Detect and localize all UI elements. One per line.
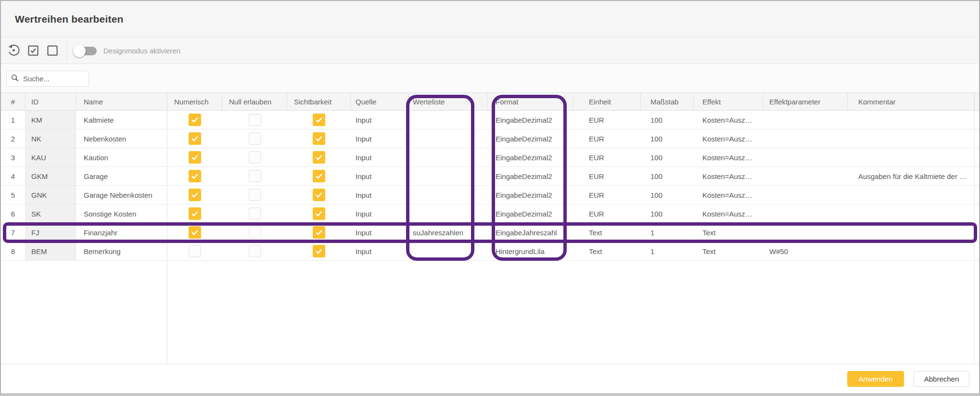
cell-einheit[interactable]: Text xyxy=(573,223,641,242)
cell-num[interactable]: 6 xyxy=(1,204,25,223)
cell-effektparameter[interactable] xyxy=(764,186,848,204)
cell-num[interactable]: 4 xyxy=(1,167,25,185)
search-input[interactable] xyxy=(23,75,81,83)
cell-einheit[interactable]: Text xyxy=(573,242,641,260)
cell-effekt[interactable]: Text xyxy=(694,242,764,260)
cell-effekt[interactable]: Kosten=Ausz… xyxy=(694,204,764,223)
table-row[interactable]: 4GKMGarageInputEingabeDezimal2EUR100Kost… xyxy=(1,167,979,186)
cell-id[interactable]: KM xyxy=(25,111,76,129)
cell-null_erlauben[interactable] xyxy=(222,148,287,166)
cell-massstab[interactable]: 100 xyxy=(641,186,694,204)
cell-null_erlauben[interactable] xyxy=(222,204,287,223)
cell-null_erlauben[interactable] xyxy=(222,223,287,242)
cell-effekt[interactable]: Kosten=Ausz… xyxy=(694,186,764,204)
cell-sichtbarkeit[interactable] xyxy=(287,129,351,148)
cell-kommentar[interactable] xyxy=(848,148,974,166)
sichtbarkeit-checkbox[interactable] xyxy=(313,189,325,201)
cell-quelle[interactable]: Input xyxy=(351,204,409,223)
cell-kommentar[interactable] xyxy=(848,223,974,242)
cell-numerisch[interactable] xyxy=(167,129,222,148)
cell-werteliste[interactable] xyxy=(409,186,488,204)
numerisch-checkbox[interactable] xyxy=(189,114,201,126)
cell-massstab[interactable]: 100 xyxy=(641,167,694,185)
cell-num[interactable]: 5 xyxy=(1,186,25,204)
cell-num[interactable]: 3 xyxy=(1,148,25,166)
cell-numerisch[interactable] xyxy=(167,204,222,223)
sichtbarkeit-checkbox[interactable] xyxy=(313,226,325,239)
cell-id[interactable]: GNK xyxy=(25,186,76,204)
cell-null_erlauben[interactable] xyxy=(222,242,287,260)
cell-effekt[interactable]: Text xyxy=(694,223,764,242)
cell-quelle[interactable]: Input xyxy=(351,242,409,260)
cell-effektparameter[interactable] xyxy=(764,111,848,129)
cell-einheit[interactable]: EUR xyxy=(573,186,641,204)
cell-quelle[interactable]: Input xyxy=(351,129,409,148)
numerisch-checkbox[interactable] xyxy=(189,132,201,145)
numerisch-checkbox[interactable] xyxy=(189,245,201,257)
cell-numerisch[interactable] xyxy=(167,167,222,185)
cell-name[interactable]: Nebenkosten xyxy=(76,129,167,148)
cell-werteliste[interactable] xyxy=(409,148,488,166)
cell-null_erlauben[interactable] xyxy=(222,129,287,148)
numerisch-checkbox[interactable] xyxy=(189,207,201,220)
search-box[interactable] xyxy=(6,71,89,87)
cell-effektparameter[interactable]: W#50 xyxy=(764,242,848,260)
null_erlauben-checkbox[interactable] xyxy=(249,170,261,182)
apply-button[interactable]: Anwenden xyxy=(847,371,904,387)
cell-format[interactable]: EingabeDezimal2 xyxy=(488,186,573,204)
sichtbarkeit-checkbox[interactable] xyxy=(313,114,325,126)
cell-id[interactable]: BEM xyxy=(25,242,76,260)
sichtbarkeit-checkbox[interactable] xyxy=(313,170,325,182)
cell-id[interactable]: NK xyxy=(25,129,76,148)
cell-numerisch[interactable] xyxy=(167,186,222,204)
check-all-button[interactable] xyxy=(23,41,42,61)
null_erlauben-checkbox[interactable] xyxy=(249,207,261,220)
cell-effektparameter[interactable] xyxy=(764,223,848,242)
cell-kommentar[interactable]: Ausgaben für die Kaltmiete der … xyxy=(848,167,974,185)
sichtbarkeit-checkbox[interactable] xyxy=(313,132,325,145)
cell-null_erlauben[interactable] xyxy=(222,167,287,185)
restore-button[interactable] xyxy=(4,41,23,61)
null_erlauben-checkbox[interactable] xyxy=(249,132,261,145)
sichtbarkeit-checkbox[interactable] xyxy=(313,151,325,164)
cell-id[interactable]: KAU xyxy=(25,148,76,166)
cell-werteliste[interactable] xyxy=(409,111,488,129)
cell-format[interactable]: EingabeDezimal2 xyxy=(488,129,573,148)
cell-name[interactable]: Kaltmiete xyxy=(76,111,167,129)
cell-sichtbarkeit[interactable] xyxy=(287,167,351,185)
null_erlauben-checkbox[interactable] xyxy=(249,245,261,257)
uncheck-all-button[interactable] xyxy=(42,41,62,61)
cell-quelle[interactable]: Input xyxy=(351,148,409,166)
null_erlauben-checkbox[interactable] xyxy=(249,226,261,239)
cell-massstab[interactable]: 1 xyxy=(641,223,694,242)
cell-name[interactable]: Kaution xyxy=(76,148,167,166)
numerisch-checkbox[interactable] xyxy=(189,189,201,201)
cell-massstab[interactable]: 100 xyxy=(641,204,694,223)
numerisch-checkbox[interactable] xyxy=(189,151,201,164)
cell-name[interactable]: Finanzjahr xyxy=(76,223,167,242)
table-row[interactable]: 8BEMBemerkungInputHintergrundLilaText1Te… xyxy=(1,242,979,261)
cell-quelle[interactable]: Input xyxy=(351,186,409,204)
cell-werteliste[interactable]: suJahreszahlen xyxy=(409,223,488,242)
cell-quelle[interactable]: Input xyxy=(351,223,409,242)
cell-format[interactable]: HintergrundLila xyxy=(488,242,573,260)
cell-num[interactable]: 7 xyxy=(1,223,25,242)
cell-einheit[interactable]: EUR xyxy=(573,148,641,166)
numerisch-checkbox[interactable] xyxy=(189,170,201,182)
cell-sichtbarkeit[interactable] xyxy=(287,111,351,129)
cell-einheit[interactable]: EUR xyxy=(573,204,641,223)
cell-quelle[interactable]: Input xyxy=(351,167,409,185)
cell-effektparameter[interactable] xyxy=(764,204,848,223)
sichtbarkeit-checkbox[interactable] xyxy=(313,245,325,257)
table-row[interactable]: 2NKNebenkostenInputEingabeDezimal2EUR100… xyxy=(1,129,979,148)
cell-massstab[interactable]: 100 xyxy=(641,148,694,166)
cell-kommentar[interactable] xyxy=(848,111,974,129)
cell-num[interactable]: 1 xyxy=(1,111,25,129)
cell-einheit[interactable]: EUR xyxy=(573,111,641,129)
cell-sichtbarkeit[interactable] xyxy=(287,186,351,204)
cell-numerisch[interactable] xyxy=(167,242,222,260)
cell-kommentar[interactable] xyxy=(848,186,974,204)
design-mode-toggle[interactable] xyxy=(75,45,97,57)
cell-werteliste[interactable] xyxy=(409,204,488,223)
cell-numerisch[interactable] xyxy=(167,148,222,166)
